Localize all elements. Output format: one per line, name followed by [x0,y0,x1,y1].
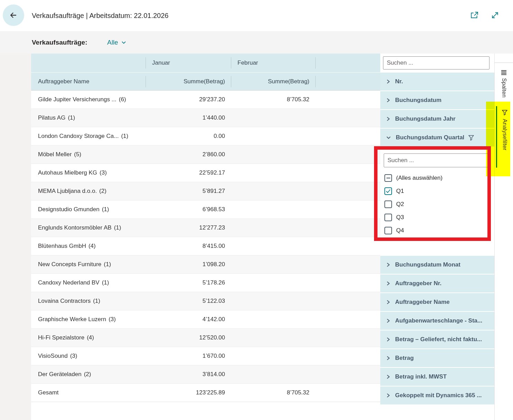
field-item[interactable]: Buchungsdatum [380,91,494,110]
table-row[interactable]: Der Geräteladen (2) 3’814.00 [31,365,380,384]
table-row[interactable]: Designstudio Gmunden (1) 6’968.53 [31,200,380,219]
table-row[interactable]: VisioSound (3) 1’670.00 [31,347,380,365]
customer-name: Möbel Meller [38,151,72,158]
quarter-filter-search-input[interactable] [384,153,489,167]
field-item-buchungsdatum-quartal[interactable]: Buchungsdatum Quartal [380,129,494,147]
filter-funnel-icon [501,109,508,116]
filter-option[interactable]: Q2 [380,198,494,211]
columns-icon [501,70,506,75]
filter-option-label: Q2 [396,201,404,208]
table-row[interactable]: Autohaus Mielberg KG (3) 22’592.17 [31,164,380,182]
analysis-filter-panel: Nr. Buchungsdatum Buchungsdatum Jahr Buc… [380,54,494,420]
table-row[interactable]: Gilde Jupiter Versicherungs ... (6) 29’2… [31,91,380,109]
chevron-right-icon [386,97,391,103]
january-amount: 5’178.26 [146,274,231,292]
field-item[interactable]: Auftraggeber Nr. [380,274,494,293]
view-selector[interactable]: Alle [107,31,126,54]
table-row[interactable]: Hi-Fi Spezialstore (4) 12’520.00 [31,329,380,347]
filter-option[interactable]: Q1 [380,185,494,198]
field-label: Buchungsdatum Quartal [396,134,464,141]
field-label: Buchungsdatum Monat [395,261,460,268]
filter-option[interactable]: (Alles auswählen) [380,171,494,185]
order-count: (4) [87,334,94,341]
customer-name: Designstudio Gmunden [38,206,100,213]
order-count: (6) [119,96,126,103]
january-amount: 22’592.17 [146,164,231,182]
customer-name: Der Geräteladen [38,371,82,378]
open-in-new-window-icon[interactable] [469,10,479,20]
back-arrow-icon [8,10,19,20]
page-title: Verkaufsaufträge | Arbeitsdatum: 22.01.2… [32,0,168,31]
total-row: Gesamt 123’225.89 8’705.32 [31,384,380,402]
january-amount: 1’440.00 [146,109,231,127]
order-count: (1) [93,298,100,305]
checkbox[interactable] [384,174,392,182]
checkbox[interactable] [384,227,392,234]
table-row[interactable]: Lovaina Contractors (1) 5’122.03 [31,292,380,310]
table-row[interactable]: London Candoxy Storage Ca... (1) 0.00 [31,127,380,146]
chevron-right-icon [386,393,391,398]
month-header-empty [316,54,380,72]
active-filter-funnel-icon [468,134,475,141]
table-row[interactable]: Englunds Kontorsmöbler AB (1) 12’277.23 [31,219,380,237]
column-header-sum-februar[interactable]: Summe(Betrag) [231,73,316,90]
tab-spalten[interactable]: Spalten [495,63,513,112]
field-item[interactable]: Betrag – Geliefert, nicht faktu... [380,330,494,349]
table-row[interactable]: New Concepts Furniture (1) 1’098.20 [31,255,380,274]
total-february-amount: 8’705.32 [231,384,316,402]
field-item[interactable]: Auftraggeber Name [380,293,494,312]
empty-cell [316,109,380,127]
field-label: Betrag [395,355,414,362]
chevron-right-icon [386,337,391,342]
table-row[interactable]: Blütenhaus GmbH (4) 8’415.00 [31,237,380,255]
side-tabbar: Spalten Analysefilter [494,54,513,420]
checkbox[interactable] [384,187,392,195]
month-header-januar[interactable]: Januar [146,54,231,72]
field-item[interactable]: Betrag inkl. MWST [380,368,494,386]
table-row[interactable]: Candoxy Nederland BV (1) 5’178.26 [31,274,380,292]
february-amount [231,182,316,200]
field-item[interactable]: Aufgabenwarteschlange - Sta... [380,312,494,330]
expand-fullscreen-icon[interactable] [490,10,500,20]
empty-cell [316,292,380,310]
field-item[interactable]: Nr. [380,73,494,91]
empty-cell [316,219,380,237]
empty-cell [316,237,380,255]
field-item[interactable]: Buchungsdatum Monat [380,256,494,274]
check-icon [385,188,391,194]
february-amount [231,347,316,365]
checkbox[interactable] [384,200,392,208]
column-header-name[interactable]: Auftraggeber Name [31,73,146,90]
table-row[interactable]: Pilatus AG (1) 1’440.00 [31,109,380,127]
table-row[interactable]: Graphische Werke Luzern (3) 4’142.00 [31,310,380,329]
empty-cell [316,182,380,200]
table-row[interactable]: Möbel Meller (5) 2’860.00 [31,146,380,164]
filter-option[interactable]: Q4 [380,224,494,237]
field-label: Gekoppelt mit Dynamics 365 ... [395,392,482,399]
january-amount: 4’142.00 [146,310,231,328]
customer-name: Graphische Werke Luzern [38,316,106,323]
month-header-februar[interactable]: Februar [231,54,316,72]
tab-analysefilter[interactable]: Analysefilter [496,106,512,168]
filter-option[interactable]: Q3 [380,211,494,224]
checkbox[interactable] [384,214,392,221]
field-item[interactable]: Betrag [380,349,494,368]
field-item[interactable]: Gekoppelt mit Dynamics 365 ... [380,386,494,405]
empty-cell [316,146,380,164]
chevron-right-icon [386,116,391,122]
field-item[interactable]: Buchungsdatum Jahr [380,110,494,129]
table-row[interactable]: MEMA Ljubljana d.o.o. (2) 5’891.27 [31,182,380,200]
customer-name: Candoxy Nederland BV [38,279,100,286]
january-amount: 6’968.53 [146,200,231,218]
field-search-input[interactable] [383,56,489,69]
column-header-row: Auftraggeber Name Summe(Betrag) Summe(Be… [31,73,380,91]
back-button[interactable] [3,4,24,26]
order-count: (1) [68,114,75,121]
filter-option-label: (Alles auswählen) [396,175,442,181]
customer-name: Englunds Kontorsmöbler AB [38,224,112,231]
january-amount: 3’814.00 [146,365,231,383]
january-amount: 1’098.20 [146,255,231,273]
chevron-right-icon [386,79,391,84]
column-header-sum-januar[interactable]: Summe(Betrag) [146,73,231,90]
empty-cell [316,384,380,402]
